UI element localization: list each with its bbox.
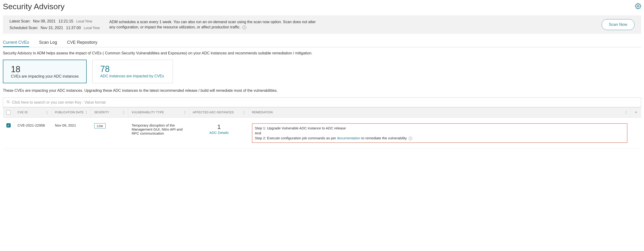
card-cves-impacting-count: 18 bbox=[11, 64, 78, 74]
table-row: CVE-2021-22956 Nov 09, 2021 Low Temporar… bbox=[3, 118, 641, 149]
th-cve-id[interactable]: CVE ID ▲▼ bbox=[14, 107, 52, 117]
search-icon bbox=[6, 100, 10, 105]
latest-scan-line: Latest Scan: Nov 08, 2021 12:21:15 Local… bbox=[10, 19, 100, 23]
plus-icon[interactable]: + bbox=[634, 110, 637, 115]
row-checkbox[interactable] bbox=[6, 123, 11, 128]
th-vulnerability-type[interactable]: VULNERABILITY TYPE ▲▼ bbox=[128, 107, 190, 117]
latest-scan-tz: Local Time bbox=[76, 19, 92, 23]
scan-description-text: ADM schedules a scan every 1 week. You c… bbox=[110, 20, 316, 29]
tabs: Current CVEs Scan Log CVE Repository bbox=[3, 38, 641, 47]
sort-icon: ▲▼ bbox=[625, 111, 627, 114]
latest-scan-date: Nov 08, 2021 bbox=[33, 19, 56, 23]
documentation-link[interactable]: documentation bbox=[337, 136, 360, 140]
th-severity-label: SEVERITY bbox=[94, 111, 109, 114]
cell-vulnerability-type: Temporary disruption of the Management G… bbox=[128, 121, 190, 138]
th-cve-id-label: CVE ID bbox=[18, 111, 28, 114]
gear-icon[interactable] bbox=[635, 3, 641, 10]
card-cves-impacting[interactable]: 18 CVEs are impacting your ADC instances bbox=[3, 60, 87, 83]
table-header: CVE ID ▲▼ PUBLICATION DATE ▲▼ SEVERITY ▲… bbox=[3, 107, 641, 118]
scan-description: ADM schedules a scan every 1 week. You c… bbox=[110, 19, 322, 30]
th-select-all[interactable] bbox=[3, 107, 14, 117]
search-box[interactable] bbox=[3, 97, 641, 107]
sort-icon: ▲▼ bbox=[86, 111, 87, 114]
sort-icon: ▲▼ bbox=[243, 111, 245, 114]
card-instances-impacted[interactable]: 78 ADC instances are impacted by CVEs bbox=[92, 60, 173, 83]
sort-icon: ▲▼ bbox=[123, 111, 125, 114]
th-remediation[interactable]: REMEDIATION ▲▼ bbox=[248, 107, 631, 117]
page-title: Security Advisory bbox=[3, 2, 65, 11]
card-cves-impacting-label: CVEs are impacting your ADC instances bbox=[11, 74, 78, 78]
scheduled-scan-date: Nov 15, 2021 bbox=[40, 26, 63, 30]
latest-scan-label: Latest Scan: bbox=[10, 19, 30, 23]
latest-scan-time: 12:21:15 bbox=[58, 19, 73, 23]
remediation-step2-post: to remediate the vulnerability bbox=[360, 136, 407, 140]
info-icon[interactable]: i bbox=[409, 137, 412, 140]
search-input[interactable] bbox=[12, 100, 638, 105]
tab-scan-log[interactable]: Scan Log bbox=[39, 38, 57, 47]
th-publication-date-label: PUBLICATION DATE bbox=[55, 111, 84, 114]
th-remediation-label: REMEDIATION bbox=[252, 111, 273, 114]
remediation-step2-pre: Step 2: Execute configuration job comman… bbox=[255, 136, 337, 140]
tab-current-cves[interactable]: Current CVEs bbox=[3, 38, 29, 47]
th-add-column[interactable]: + bbox=[631, 107, 641, 117]
scheduled-scan-line: Scheduled Scan: Nov 15, 2021 11:37:00 Lo… bbox=[10, 26, 100, 30]
adc-details-link[interactable]: ADC Details bbox=[209, 131, 229, 135]
severity-badge: Low bbox=[94, 123, 106, 128]
scheduled-scan-label: Scheduled Scan: bbox=[10, 26, 38, 30]
card-instances-impacted-label: ADC instances are impacted by CVEs bbox=[100, 74, 165, 78]
svg-point-0 bbox=[637, 5, 639, 7]
sort-icon: ▲▼ bbox=[184, 111, 186, 114]
scan-now-button[interactable]: Scan Now bbox=[602, 19, 634, 30]
svg-line-2 bbox=[9, 102, 10, 103]
remediation-cell: Step 1: Upgrade Vulnerable ADC instance … bbox=[252, 123, 628, 143]
th-vulnerability-type-label: VULNERABILITY TYPE bbox=[132, 111, 164, 114]
tab-cve-repository[interactable]: CVE Repository bbox=[67, 38, 97, 47]
th-affected-instances-label: AFFECTED ADC INSTANCES bbox=[193, 111, 234, 114]
info-icon[interactable]: i bbox=[242, 25, 246, 29]
table-intro-text: These CVEs are impacting your ADC instan… bbox=[3, 88, 641, 93]
info-bar: Latest Scan: Nov 08, 2021 12:21:15 Local… bbox=[3, 15, 641, 34]
remediation-step1: Step 1: Upgrade Vulnerable ADC instance … bbox=[255, 126, 346, 130]
cell-publication-date: Nov 09, 2021 bbox=[52, 121, 91, 130]
th-affected-instances[interactable]: AFFECTED ADC INSTANCES ▲▼ bbox=[190, 107, 248, 117]
svg-point-1 bbox=[7, 101, 9, 103]
sort-icon: ▲▼ bbox=[46, 111, 48, 114]
select-all-checkbox[interactable] bbox=[6, 110, 11, 114]
th-severity[interactable]: SEVERITY ▲▼ bbox=[91, 107, 128, 117]
th-publication-date[interactable]: PUBLICATION DATE ▲▼ bbox=[52, 107, 91, 117]
scheduled-scan-tz: Local Time bbox=[84, 26, 100, 30]
affected-count: 1 bbox=[193, 123, 245, 131]
remediation-and: And bbox=[255, 131, 261, 135]
scheduled-scan-time: 11:37:00 bbox=[66, 26, 81, 30]
card-instances-impacted-count: 78 bbox=[100, 64, 165, 74]
cell-cve-id: CVE-2021-22956 bbox=[14, 121, 52, 130]
advisory-description: Security Advisory in ADM helps assess th… bbox=[3, 51, 641, 55]
